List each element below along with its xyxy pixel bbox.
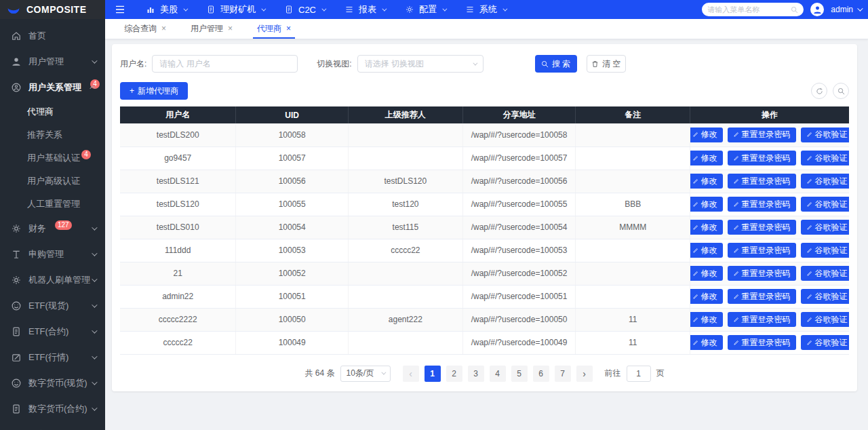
sidebar-item-user-management[interactable]: 用户管理 xyxy=(0,49,105,75)
reset-password-button[interactable]: 重置登录密码 xyxy=(728,151,796,165)
tab-agents[interactable]: 代理商 × xyxy=(245,18,303,39)
cell-username: ccccc2222 xyxy=(120,308,236,331)
edit-button[interactable]: 修改 xyxy=(690,174,723,189)
sidebar-item-home[interactable]: 首页 xyxy=(0,23,105,49)
crypto-contract-icon xyxy=(12,404,21,414)
sidebar-subitem-manual-reset[interactable]: 人工重置管理 xyxy=(0,193,105,216)
tab-combined-query[interactable]: 综合查询 × xyxy=(112,18,178,39)
page-button-6[interactable]: 6 xyxy=(533,366,549,382)
add-agent-button[interactable]: + 新增代理商 xyxy=(120,82,188,100)
google-verify-button[interactable]: 谷歌验证 xyxy=(801,151,849,165)
col-username: 用户名 xyxy=(120,106,236,123)
edit-button[interactable]: 修改 xyxy=(690,243,723,258)
sidebar-item-etf-spot[interactable]: ETF(现货) xyxy=(0,293,105,319)
menu-search-input[interactable] xyxy=(707,5,787,14)
pagination-total: 共 64 条 xyxy=(304,368,334,379)
sidebar-item-subscription[interactable]: 申购管理 xyxy=(0,241,105,267)
hamburger-menu-icon[interactable] xyxy=(115,4,125,15)
pen-icon xyxy=(692,271,698,277)
page-button-1[interactable]: 1 xyxy=(425,366,441,382)
username-input[interactable] xyxy=(152,55,298,73)
close-icon[interactable]: × xyxy=(228,24,233,33)
next-page-button[interactable]: › xyxy=(576,366,593,382)
edit-button[interactable]: 修改 xyxy=(690,128,723,142)
google-verify-button[interactable]: 谷歌验证 xyxy=(801,266,849,281)
reset-password-button[interactable]: 重置登录密码 xyxy=(728,266,796,281)
edit-button[interactable]: 修改 xyxy=(690,266,723,281)
google-verify-button[interactable]: 谷歌验证 xyxy=(801,335,849,350)
sidebar-subitem-agents[interactable]: 代理商 xyxy=(0,100,105,123)
edit-button[interactable]: 修改 xyxy=(690,197,723,212)
nav-menu-reports[interactable]: 报表 xyxy=(336,0,394,19)
reset-password-button[interactable]: 重置登录密码 xyxy=(728,243,796,258)
nav-menu-system[interactable]: 系统 xyxy=(457,0,515,19)
reset-password-button[interactable]: 重置登录密码 xyxy=(728,128,796,142)
column-search-button[interactable] xyxy=(833,83,849,99)
sidebar-subitem-advanced-kyc[interactable]: 用户高级认证 xyxy=(0,170,105,193)
cell-username: testDLS120 xyxy=(120,193,236,216)
user-dropdown[interactable]: admin xyxy=(831,5,861,14)
google-verify-button[interactable]: 谷歌验证 xyxy=(801,128,849,142)
goto-label: 前往 xyxy=(605,368,621,379)
search-button[interactable]: 搜 索 xyxy=(535,55,577,73)
sidebar-subitem-label: 代理商 xyxy=(27,106,54,118)
page-button-4[interactable]: 4 xyxy=(490,366,506,382)
cell-uid: 100052 xyxy=(236,262,349,285)
google-verify-button[interactable]: 谷歌验证 xyxy=(801,289,849,304)
pen-icon xyxy=(806,271,812,277)
user-avatar[interactable] xyxy=(810,3,824,16)
reset-password-button[interactable]: 重置登录密码 xyxy=(728,220,796,235)
sidebar-subitem-referrals[interactable]: 推荐关系 xyxy=(0,123,105,146)
pen-icon xyxy=(733,178,739,184)
nav-menu-mining[interactable]: 理财矿机 xyxy=(198,0,273,19)
search-icon[interactable] xyxy=(791,6,798,14)
clear-button[interactable]: 清 空 xyxy=(587,55,626,73)
nav-menu-config[interactable]: 配置 xyxy=(397,0,454,19)
page-size-select[interactable]: 10条/页 xyxy=(340,366,391,382)
google-verify-button[interactable]: 谷歌验证 xyxy=(801,220,849,235)
close-icon[interactable]: × xyxy=(286,24,291,33)
sidebar: COMPOSITE 首页 用户管理 用户关系管理 4 代理商 推荐关系 用户基础… xyxy=(0,0,105,430)
edit-button[interactable]: 修改 xyxy=(690,151,723,165)
pen-icon xyxy=(692,132,698,138)
refresh-button[interactable] xyxy=(811,83,827,99)
goto-page-input[interactable] xyxy=(627,366,651,382)
nav-menu-c2c[interactable]: C2C xyxy=(276,0,334,19)
sidebar-item-crypto-contract[interactable]: 数字货币(合约) xyxy=(0,396,105,422)
sidebar-item-finance[interactable]: 财务 127 xyxy=(0,216,105,241)
sidebar-item-crypto-spot[interactable]: 数字货币(现货) xyxy=(0,370,105,396)
view-switch-select[interactable]: 请选择 切换视图 xyxy=(357,55,484,73)
edit-button[interactable]: 修改 xyxy=(690,220,723,235)
sidebar-item-user-relations[interactable]: 用户关系管理 4 xyxy=(0,75,105,100)
sidebar-item-etf-quotes[interactable]: ETF(行情) xyxy=(0,345,105,370)
edit-button[interactable]: 修改 xyxy=(690,335,723,350)
reset-password-button[interactable]: 重置登录密码 xyxy=(728,312,796,327)
trash-icon xyxy=(591,60,599,68)
reset-password-button[interactable]: 重置登录密码 xyxy=(728,174,796,189)
edit-button[interactable]: 修改 xyxy=(690,289,723,304)
page-button-3[interactable]: 3 xyxy=(468,366,484,382)
page-button-2[interactable]: 2 xyxy=(446,366,462,382)
sidebar-item-crypto-quotes[interactable]: 数字货币(行情) xyxy=(0,422,105,430)
google-verify-button[interactable]: 谷歌验证 xyxy=(801,243,849,258)
edit-button[interactable]: 修改 xyxy=(690,312,723,327)
cell-remark: BBB xyxy=(576,193,690,216)
sidebar-subitem-basic-kyc[interactable]: 用户基础认证 4 xyxy=(0,146,105,170)
username-label: 用户名: xyxy=(120,58,146,70)
page-button-7[interactable]: 7 xyxy=(555,366,571,382)
view-switch-label: 切换视图: xyxy=(317,58,351,70)
tab-user-management[interactable]: 用户管理 × xyxy=(178,18,245,39)
reset-password-button[interactable]: 重置登录密码 xyxy=(728,335,796,350)
google-verify-button[interactable]: 谷歌验证 xyxy=(801,312,849,327)
google-verify-button[interactable]: 谷歌验证 xyxy=(801,174,849,189)
page-button-5[interactable]: 5 xyxy=(511,366,528,382)
reset-password-button[interactable]: 重置登录密码 xyxy=(728,197,796,212)
sidebar-item-etf-contract[interactable]: ETF(合约) xyxy=(0,319,105,345)
sidebar-item-robot[interactable]: 机器人刷单管理 xyxy=(0,267,105,293)
cell-username: admin22 xyxy=(120,285,236,308)
google-verify-button[interactable]: 谷歌验证 xyxy=(801,197,849,212)
close-icon[interactable]: × xyxy=(161,24,166,33)
reset-password-button[interactable]: 重置登录密码 xyxy=(728,289,796,304)
nav-menu-us-stocks[interactable]: 美股 xyxy=(138,0,195,19)
prev-page-button[interactable]: ‹ xyxy=(403,366,419,382)
